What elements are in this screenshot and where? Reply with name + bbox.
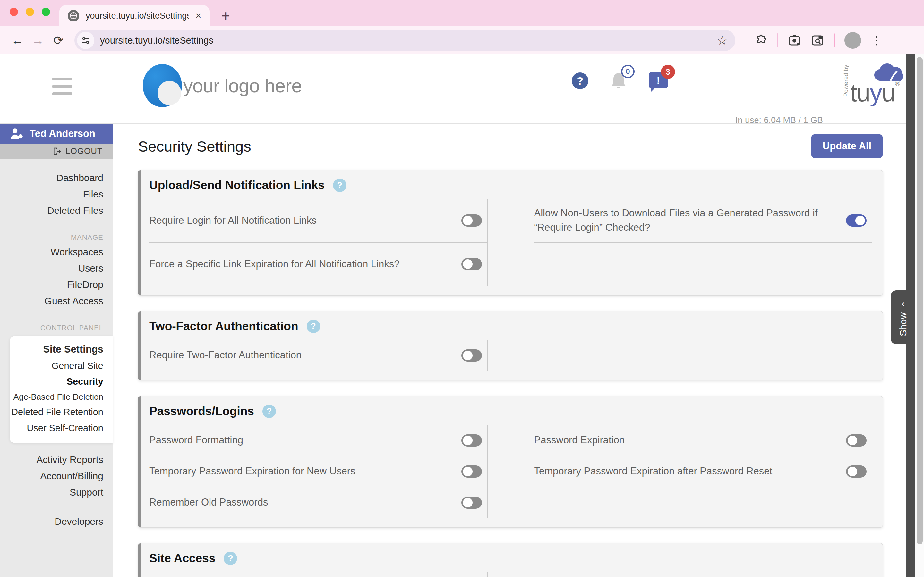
sidebar-item-support[interactable]: Support [0,484,113,500]
reload-icon[interactable]: ⟳ [49,31,67,49]
setting-field: Password Expiration [534,425,873,456]
setting-field: IP Restrictions [149,572,488,577]
sidebar-item-deleted-file-retention[interactable]: Deleted File Retention [10,404,113,420]
browser-tab-bar: yoursite.tuyu.io/siteSettings × + [0,0,924,26]
toggle-switch[interactable] [846,434,867,446]
alert-badge: 3 [661,65,675,79]
page-scrollbar[interactable] [915,55,924,577]
new-tab-button[interactable]: + [221,7,230,24]
section-help-icon[interactable]: ? [333,179,347,192]
toggle-switch[interactable] [461,350,482,362]
close-tab-icon[interactable]: × [195,10,201,21]
section-help-icon[interactable]: ? [262,405,276,418]
zoom-window-button[interactable] [42,8,50,16]
toggle-knob [463,498,473,508]
section-title: Two-Factor Authentication [149,319,298,333]
user-menu[interactable]: Ted Anderson [0,124,113,143]
customer-logo-mark [143,64,182,107]
sidebar-item-dashboard[interactable]: Dashboard [0,169,113,186]
setting-label: Temporary Password Expiration for New Us… [149,464,355,479]
tuyu-logo: Powered by tuyu® [843,63,900,105]
sidebar-item-developers[interactable]: Developers [0,513,113,530]
url-text[interactable]: yoursite.tuyu.io/siteSettings [100,35,711,46]
profile-avatar[interactable] [845,32,861,49]
sidebar-item-activity-reports[interactable]: Activity Reports [0,451,113,468]
extensions-icon[interactable] [754,34,767,47]
toolbar-divider [834,33,835,47]
settings-card-two-factor-authentication: Two-Factor Authentication?Require Two-Fa… [138,311,883,380]
browser-tab[interactable]: yoursite.tuyu.io/siteSettings × [59,5,210,26]
tuyu-wordmark: tuyu® [850,63,900,105]
toggle-switch[interactable] [461,434,482,446]
sidebar-item-general-site[interactable]: General Site [10,358,113,374]
sidebar-item-site-settings[interactable]: Site Settings [10,341,113,358]
sidebar-item-filedrop[interactable]: FileDrop [0,276,113,293]
show-panel-tab[interactable]: ‹ Show [891,290,915,344]
scrollbar-thumb[interactable] [917,57,923,544]
setting-field: Password Formatting [149,425,488,456]
update-all-button[interactable]: Update All [811,134,883,158]
user-gear-icon [10,127,24,140]
hamburger-menu-icon[interactable] [52,77,72,100]
setting-field: Require Two-Factor Authentication [149,340,488,371]
toggle-knob [463,216,473,226]
app-header: your logo here ? 0 ! 3 In use: 6.04 MB /… [0,55,906,124]
browser-menu-icon[interactable]: ⋮ [871,34,882,47]
logout-button[interactable]: LOGOUT [0,143,113,159]
settings-card-passwords-logins: Passwords/Logins?Password FormattingPass… [138,396,883,528]
setting-field: Temporary Password Expiration for New Us… [149,456,488,487]
sidebar-item-account-billing[interactable]: Account/Billing [0,468,113,484]
bell-badge: 0 [621,65,635,78]
logout-icon [52,147,61,156]
sidebar-item-deleted-files[interactable]: Deleted Files [0,202,113,219]
header-divider [837,57,837,121]
toolbar-divider [777,33,778,47]
setting-label: Allow Non-Users to Download Files via a … [534,206,837,235]
chevron-left-icon: ‹ [901,298,905,309]
toggle-switch[interactable] [461,258,482,270]
toggle-switch[interactable] [461,496,482,509]
sidebar-item-security[interactable]: Security [10,374,113,389]
main-content: Security Settings Update All Upload/Send… [113,124,906,577]
sidebar-item-guest-access[interactable]: Guest Access [0,293,113,309]
setting-label: Require Login for All Notification Links [149,213,317,228]
powered-by-label: Powered by [843,65,850,97]
setting-label: Password Formatting [149,433,243,448]
section-title: Upload/Send Notification Links [149,179,325,192]
empty-cell [534,340,873,371]
side-panel-icon[interactable] [811,34,824,47]
tab-title: yoursite.tuyu.io/siteSettings [86,11,189,21]
site-settings-icon[interactable] [77,32,94,49]
help-icon[interactable]: ? [572,73,588,89]
section-help-icon[interactable]: ? [307,319,320,333]
sidebar-item-age-based-file-deletion[interactable]: Age-Based File Deletion [10,389,113,404]
sidebar-item-users[interactable]: Users [0,260,113,276]
toggle-switch[interactable] [846,466,867,478]
toggle-switch[interactable] [461,214,482,227]
sidebar-item-workspaces[interactable]: Workspaces [0,243,113,260]
lens-search-icon[interactable] [788,34,801,47]
toggle-knob [848,436,857,445]
sidebar-item-files[interactable]: Files [0,186,113,202]
minimize-window-button[interactable] [26,8,34,16]
alerts-button[interactable]: ! 3 [649,72,668,89]
screen: yoursite.tuyu.io/siteSettings × + ← → ⟳ … [0,0,924,577]
empty-cell [534,572,873,577]
toggle-switch[interactable] [461,466,482,478]
section-help-icon[interactable]: ? [224,552,237,565]
globe-icon [68,10,79,21]
section-title: Passwords/Logins [149,405,254,418]
toggle-knob [848,467,857,476]
toggle-switch[interactable] [846,214,867,227]
sidebar-item-user-self-creation[interactable]: User Self-Creation [10,420,113,436]
bookmark-star-icon[interactable]: ☆ [717,33,732,47]
address-bar[interactable]: yoursite.tuyu.io/siteSettings ☆ [74,30,735,51]
notifications-bell[interactable]: 0 [610,71,628,90]
close-window-button[interactable] [10,8,18,16]
show-panel-label: Show [898,312,909,336]
sidebar-control-panel: Site SettingsGeneral SiteSecurityAge-Bas… [10,336,113,443]
forward-icon[interactable]: → [29,31,47,49]
setting-label: Remember Old Passwords [149,495,268,510]
back-icon[interactable]: ← [8,31,26,49]
setting-label: Temporary Password Expiration after Pass… [534,464,772,479]
